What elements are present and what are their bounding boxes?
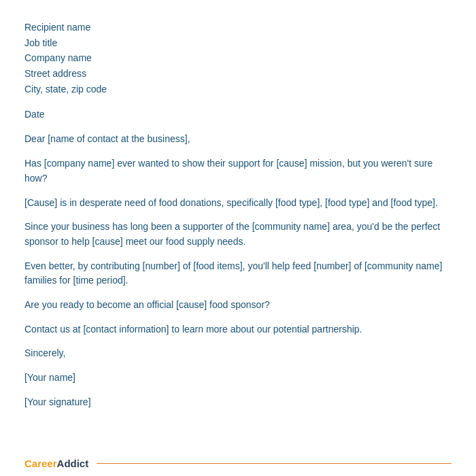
your-signature: [Your signature] [24, 395, 452, 410]
salutation: Dear [name of contact at the business], [24, 132, 452, 147]
paragraph-3: Since your business has long been a supp… [24, 220, 452, 249]
paragraph-4: Even better, by contributing [number] of… [24, 259, 452, 288]
paragraph-1: Has [company name] ever wanted to show t… [24, 156, 452, 186]
paragraph-5: Are you ready to become an official [cau… [24, 298, 452, 313]
paragraph-6: Contact us at [contact information] to l… [24, 322, 452, 337]
footer: CareerAddict [0, 451, 476, 476]
page: Recipient name Job title Company name St… [0, 0, 476, 476]
recipient-name: Recipient name [24, 20, 452, 35]
your-name: [Your name] [24, 371, 452, 386]
city-state-zip: City, state, zip code [24, 82, 452, 97]
logo: CareerAddict [24, 458, 88, 469]
paragraph-2: [Cause] is in desperate need of food don… [24, 196, 452, 211]
logo-career: Career [24, 458, 57, 469]
street-address: Street address [24, 67, 452, 82]
letter-body: Dear [name of contact at the business], … [24, 132, 452, 462]
date: Date [24, 109, 452, 120]
job-title: Job title [24, 36, 452, 51]
company-name: Company name [24, 51, 452, 66]
sincerely: Sincerely, [24, 346, 452, 361]
footer-divider [97, 463, 452, 464]
address-block: Recipient name Job title Company name St… [24, 20, 452, 97]
logo-addict: Addict [57, 458, 89, 469]
